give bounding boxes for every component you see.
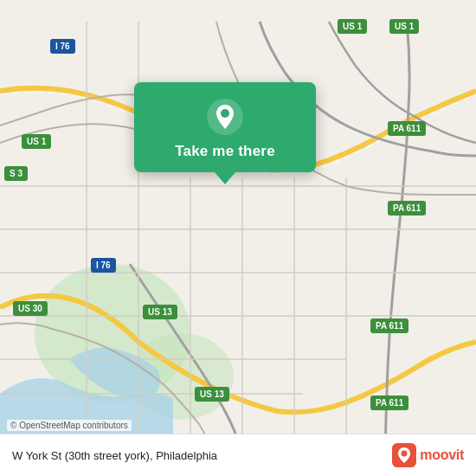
road-badge-us1-left: US 1: [22, 134, 51, 149]
road-badge-i76-top: I 76: [50, 39, 75, 54]
location-text: W York St (30th street york), Philadelph…: [12, 449, 217, 462]
svg-point-16: [221, 109, 229, 118]
road-badge-pa611-1: PA 611: [388, 121, 426, 136]
road-badge-us13-1: US 13: [143, 305, 177, 319]
road-badge-pa611-2: PA 611: [388, 201, 426, 215]
location-pin-icon: [206, 98, 244, 136]
road-badge-us1-top2: US 1: [389, 19, 419, 34]
road-badge-pa611-4: PA 611: [370, 396, 408, 410]
moovit-name: moovit: [420, 447, 464, 463]
road-badge-s3: S 3: [4, 166, 28, 181]
moovit-icon: [392, 443, 416, 467]
popup-card[interactable]: Take me there: [134, 82, 316, 172]
road-badge-us1-top1: US 1: [338, 19, 367, 34]
road-badge-i76-center: I 76: [91, 258, 116, 273]
road-badge-us30: US 30: [13, 301, 48, 316]
road-badge-us13-2: US 13: [195, 387, 229, 402]
road-badge-pa611-3: PA 611: [370, 318, 408, 333]
map-container: US 1 US 1 US 1 I 76 I 76 PA 611 PA 611 P…: [0, 0, 476, 476]
take-me-there-label: Take me there: [175, 143, 275, 160]
bottom-bar: W York St (30th street york), Philadelph…: [0, 434, 476, 476]
osm-attribution: © OpenStreetMap contributors: [7, 420, 132, 431]
svg-point-18: [402, 451, 408, 457]
moovit-logo: moovit: [392, 443, 464, 467]
